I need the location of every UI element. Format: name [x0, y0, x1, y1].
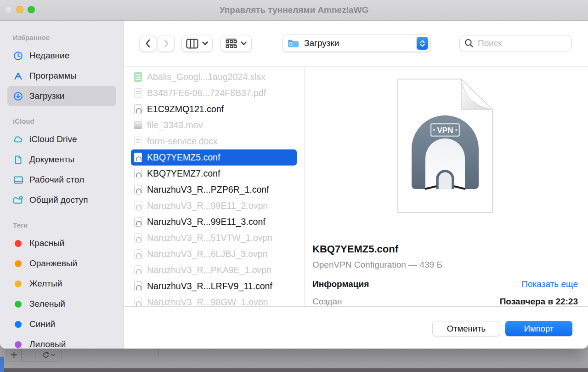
remove-tunnel-button[interactable] [22, 348, 35, 361]
conf-file-icon [134, 185, 142, 195]
search-input[interactable] [477, 38, 560, 49]
file-row[interactable]: form-service.docx [131, 133, 297, 149]
sidebar-header-icloud: iCloud [7, 116, 124, 126]
view-mode-button[interactable] [181, 35, 213, 52]
file-row[interactable]: NaruzhuV3_R...98GW_1.ovpn [131, 294, 297, 306]
sidebar-item-downloads[interactable]: Загрузки [7, 86, 116, 106]
group-by-button[interactable] [220, 35, 252, 52]
sidebar-item-label: iCloud Drive [29, 134, 77, 144]
sidebar-section-favorites: Избранное Недавние Программы [7, 33, 124, 106]
conf-file-icon [134, 233, 142, 243]
clock-icon [13, 51, 23, 61]
zoom-button[interactable] [28, 6, 35, 13]
forward-button[interactable] [158, 35, 175, 52]
file-row[interactable]: KBQ7YEMZ7.conf [131, 166, 297, 182]
file-row[interactable]: NaruzhuV3_R...51VTW_1.ovpn [131, 230, 297, 246]
sidebar-item-label: Лиловый [29, 339, 66, 349]
appstore-icon [13, 71, 23, 81]
background-toolbar-spacer [62, 348, 158, 357]
open-file-dialog: Избранное Недавние Программы [0, 21, 588, 349]
search-icon [464, 39, 474, 48]
show-more-link[interactable]: Показать еще [521, 279, 578, 289]
file-name: NaruzhuV3_R...51VTW_1.ovpn [147, 233, 272, 243]
file-name: NaruzhuV3_R...LRFV9_11.conf [147, 281, 272, 292]
yellow-tag-icon [15, 280, 22, 287]
file-row[interactable]: NaruzhuV3_R...LRFV9_11.conf [131, 278, 297, 294]
conf-file-icon [134, 217, 142, 227]
dialog-toolbar: Загрузки [124, 21, 588, 66]
back-button[interactable] [139, 35, 156, 52]
file-row[interactable]: NaruzhuV3_R...PZP6R_1.conf [131, 182, 297, 198]
sidebar-item-documents[interactable]: Документы [7, 149, 116, 170]
cancel-button[interactable]: Отменить [432, 321, 500, 336]
popup-stepper-button[interactable] [417, 37, 428, 50]
sidebar-item-label: Синий [29, 319, 55, 329]
sidebar-item-icloud-drive[interactable]: iCloud Drive [7, 129, 116, 149]
file-row[interactable]: NaruzhuV3_R...99E11_2.ovpn [131, 198, 297, 214]
file-name: NaruzhuV3_R...6LJBJ_3.ovpn [147, 249, 267, 259]
location-popup[interactable]: Загрузки [283, 34, 431, 52]
file-row-selected[interactable]: KBQ7YEMZ5.conf [131, 149, 297, 166]
vpn-badge-label: VPN [437, 126, 453, 135]
column-view-icon [186, 39, 198, 49]
file-name: B3487FE6-06...724F8B37.pdf [147, 88, 266, 98]
sidebar-item-shared[interactable]: Общий доступ [7, 190, 116, 210]
sidebar-item-label: Загрузки [29, 91, 64, 101]
file-name: KBQ7YEMZ5.conf [147, 152, 220, 163]
sidebar-tag-yellow[interactable]: Желтый [7, 274, 116, 294]
sidebar-tag-green[interactable]: Зеленый [7, 294, 116, 314]
created-row: Создан Позавчера в 22:23 [312, 297, 578, 306]
sidebar-tag-red[interactable]: Красный [7, 233, 116, 253]
sidebar-item-applications[interactable]: Программы [7, 66, 116, 86]
dialog-content: Abalis_Googl...1aug2024.xlsx B3487FE6-06… [124, 66, 588, 306]
file-name: NaruzhuV3_R...98GW_1.ovpn [147, 297, 268, 306]
sidebar-item-label: Желтый [29, 279, 62, 289]
chevron-down-icon [241, 41, 247, 46]
file-row[interactable]: file_3343.mov [131, 117, 297, 133]
red-tag-icon [15, 240, 22, 247]
purple-tag-icon [15, 341, 22, 348]
import-button[interactable]: Импорт [505, 321, 572, 336]
created-label: Создан [312, 297, 342, 306]
conf-file-icon [134, 104, 142, 114]
file-row[interactable]: E1C9ZMQ121.conf [131, 101, 297, 117]
sidebar-tag-purple[interactable]: Лиловый [7, 334, 116, 349]
file-list[interactable]: Abalis_Googl...1aug2024.xlsx B3487FE6-06… [124, 67, 305, 306]
sidebar-item-label: Оранжевый [29, 258, 77, 269]
up-down-chevrons-icon [419, 40, 425, 47]
file-row[interactable]: NaruzhuV3_R...6LJBJ_3.ovpn [131, 246, 297, 262]
background-window-bottom-strip [0, 368, 588, 372]
sidebar-item-label: Общий доступ [29, 195, 88, 205]
file-row[interactable]: Abalis_Googl...1aug2024.xlsx [131, 69, 297, 85]
sidebar-header-favorites: Избранное [7, 33, 124, 43]
conf-file-icon [134, 249, 142, 259]
dialog-footer: Отменить Импорт [124, 306, 588, 349]
green-tag-icon [15, 301, 22, 308]
conf-file-icon [134, 265, 142, 275]
sidebar-item-label: Недавние [29, 51, 69, 61]
file-row[interactable]: NaruzhuV3_R...PKA9E_1.ovpn [131, 262, 297, 278]
file-row[interactable]: B3487FE6-06...724F8B37.pdf [131, 85, 297, 101]
sidebar-tag-orange[interactable]: Оранжевый [7, 253, 116, 274]
search-field[interactable] [459, 35, 572, 52]
sidebar-item-label: Программы [29, 71, 77, 81]
downloads-folder-icon [287, 38, 300, 48]
preview-pane: VPN KBQ7YEMZ5.conf OpenVPN Configuration… [305, 67, 588, 306]
sidebar-item-label: Рабочий стол [29, 175, 84, 185]
sidebar-item-recents[interactable]: Недавние [7, 46, 116, 66]
dialog-main: Загрузки Abalis_Googl...1aug2024.xlsx B3… [124, 21, 588, 349]
close-button[interactable] [5, 6, 12, 13]
orange-tag-icon [15, 260, 22, 267]
refresh-button[interactable] [35, 348, 62, 361]
sidebar-header-tags: Теги [7, 220, 124, 230]
sidebar-item-desktop[interactable]: Рабочий стол [7, 170, 116, 190]
sidebar-section-icloud: iCloud iCloud Drive Документы [7, 116, 124, 210]
minimize-button[interactable] [16, 6, 23, 13]
file-row[interactable]: NaruzhuV3_R...99E11_3.conf [131, 214, 297, 230]
file-preview: VPN [312, 76, 578, 217]
sidebar-tag-blue[interactable]: Синий [7, 314, 116, 334]
conf-file-icon [134, 201, 142, 211]
screen: Управлять туннелями AmneziaWG Избранное … [0, 0, 588, 372]
add-tunnel-button[interactable] [6, 348, 22, 361]
blue-tag-icon [15, 321, 22, 328]
